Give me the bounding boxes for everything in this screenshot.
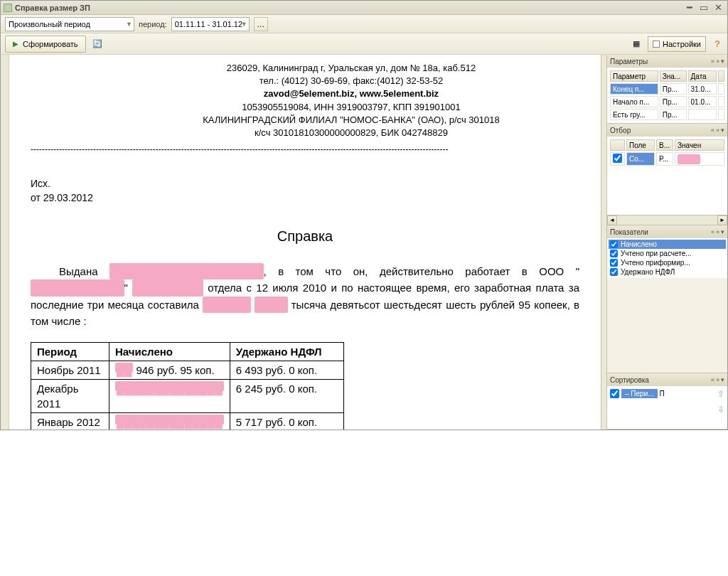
col-period: Период [31,343,109,361]
letterhead: 236029, Калининград г, Уральская ул, дом… [159,62,544,139]
filter-grid[interactable]: Поле В... Значен Со... Р... ████ [609,138,726,167]
refresh-icon[interactable]: 🔄 [92,38,103,50]
sort-item[interactable]: – Пери... П [610,389,665,398]
date-range-dropdown[interactable]: 01.11.11 - 31.01.12 ▼ [171,17,250,31]
period-type-dropdown[interactable]: Произвольный период ▼ [5,17,134,31]
move-down-icon[interactable]: ⇩ [717,405,724,415]
table-row: Ноябрь 2011 ██ 946 руб. 95 коп. 6 493 ру… [31,361,344,380]
separator: ----------------------------------------… [31,144,579,156]
settings-button-label: Настройки [663,40,701,48]
outgoing-date: от 29.03.2012 [31,191,579,206]
indicator-checkbox[interactable] [610,259,618,267]
period-toolbar: Произвольный период ▼ период: 01.11.11 -… [1,15,727,33]
move-up-icon[interactable]: ⇧ [717,389,724,399]
close-button[interactable]: ✕ [712,2,724,14]
filter-checkbox[interactable] [613,154,622,163]
indicator-item[interactable]: Удержано НДФЛ [609,267,726,277]
maximize-button[interactable]: ▭ [697,2,710,14]
panel-collapse-icon[interactable]: ▾ [721,228,724,235]
document-body: Выдана ████████████████████, в том что о… [31,263,579,329]
left-gutter [1,55,9,430]
dropdown-arrow-icon: ▼ [126,21,132,28]
sort-panel: Сортировка « » ▾ – Пери... П ⇧ ⇩ [607,373,727,430]
redacted-dept: █████████ [132,279,203,296]
panel-prev-icon[interactable]: « [711,228,714,235]
help-icon[interactable]: ? [712,38,723,50]
indicator-item[interactable]: Начислено [609,240,726,249]
table-row: Январь 2012 ██████████████ 5 717 руб. 0 … [31,413,344,430]
account-line: к/сч 30101810300000000829, БИК 042748829 [159,127,544,139]
indicators-panel: Показатели « » ▾ Начислено Учтено при ра… [607,225,727,373]
horizontal-scrollbar[interactable]: ◄ ► [607,215,727,225]
redacted-name: ████████████████████ [109,263,264,279]
dropdown-arrow-icon: ▼ [241,21,247,28]
email-line: zavod@5element.biz, www.5element.biz [159,87,544,100]
indicator-checkbox[interactable] [610,268,618,276]
title-bar: Справка размер ЗП ━ ▭ ✕ [1,1,727,15]
phone-line: тел.: (4012) 30-69-69, факс:(4012) 32-53… [159,75,544,87]
indicator-checkbox[interactable] [610,250,618,257]
play-icon: ▶ [13,40,18,48]
panel-prev-icon[interactable]: « [711,127,714,134]
redacted-sum: ██████ [203,297,251,313]
grid-row[interactable]: Конец п... Пр... 31.0... [610,83,724,95]
date-picker-button[interactable]: … [254,17,268,31]
salary-table: Период Начислено Удержано НДФЛ Ноябрь 20… [31,342,344,430]
settings-button[interactable]: Настройки [648,36,706,52]
action-toolbar: ▶ Сформировать 🔄 ▦ Настройки ? [1,33,727,55]
redacted-cell: ██████████████ [115,381,224,391]
generate-button-label: Сформировать [23,40,78,48]
panel-header[interactable]: Параметры « » ▾ [607,55,727,68]
panel-collapse-icon[interactable]: ▾ [721,127,724,134]
panel-next-icon[interactable]: » [716,376,719,383]
panel-header[interactable]: Сортировка « » ▾ [607,373,727,386]
indicator-item[interactable]: Учтено при расчете... [609,249,726,258]
scroll-right-icon[interactable]: ► [717,215,727,225]
redacted-filter-value: ████ [678,154,700,164]
sort-checkbox[interactable] [610,389,619,398]
parameters-panel: Параметры « » ▾ Параметр Зна... Дата [607,55,727,124]
app-icon [4,4,12,12]
panel-header[interactable]: Отбор « » ▾ [607,124,727,137]
generate-button[interactable]: ▶ Сформировать [5,36,86,53]
panel-collapse-icon[interactable]: ▾ [721,58,724,65]
panel-next-icon[interactable]: » [716,127,719,134]
redacted-org: ████████████ [31,279,124,296]
table-row: Декабрь 2011 ██████████████ 6 245 руб. 0… [31,380,344,413]
panel-prev-icon[interactable]: « [711,58,714,65]
panel-collapse-icon[interactable]: ▾ [721,376,724,383]
document-title: Справка [31,226,579,246]
redacted-sum2: ████ [255,297,288,313]
vertical-scrollbar[interactable] [601,55,606,430]
period-label: период: [139,20,167,28]
redacted-cell: ██ [115,363,133,373]
grid-row[interactable]: Начало п... Пр... 01.0... [610,96,724,107]
document-viewer[interactable]: 236029, Калининград г, Уральская ул, дом… [9,55,601,430]
parameters-grid[interactable]: Параметр Зна... Дата Конец п... Пр... 31… [609,69,726,122]
inn-line: 1053905519084, ИНН 3919003797, КПП 39190… [159,101,544,114]
filter-panel: Отбор « » ▾ Поле В... Значен [607,124,727,225]
indicator-item[interactable]: Учтено приформир... [609,258,726,267]
panel-prev-icon[interactable]: « [711,376,714,383]
outgoing-block: Исх. от 29.03.2012 [31,177,579,205]
bank-line: КАЛИНИНГРАДСКИЙ ФИЛИАЛ "НОМОС-БАНКА" (ОА… [159,114,544,127]
panel-next-icon[interactable]: » [716,228,719,235]
col-tax: Удержано НДФЛ [230,343,343,361]
checkbox-icon [653,41,660,48]
grid-row[interactable]: Есть гру... Пр... [610,109,724,120]
panel-next-icon[interactable]: » [716,58,719,65]
period-type-value: Произвольный период [9,20,90,28]
window-title: Справка размер ЗП [15,4,682,12]
redacted-cell: ██████████████ [115,415,224,425]
minimize-button[interactable]: ━ [683,2,696,14]
scroll-left-icon[interactable]: ◄ [607,215,617,225]
date-range-value: 01.11.11 - 31.01.12 [175,20,242,28]
col-accrued: Начислено [109,343,230,361]
outgoing-label: Исх. [31,177,579,191]
panel-header[interactable]: Показатели « » ▾ [607,225,727,238]
address-line: 236029, Калининград г, Уральская ул, дом… [159,62,544,75]
main-area: 236029, Калининград г, Уральская ул, дом… [1,55,727,430]
grid-row[interactable]: Со... Р... ████ [610,152,724,166]
indicator-checkbox[interactable] [610,240,618,248]
table-icon[interactable]: ▦ [631,38,642,50]
